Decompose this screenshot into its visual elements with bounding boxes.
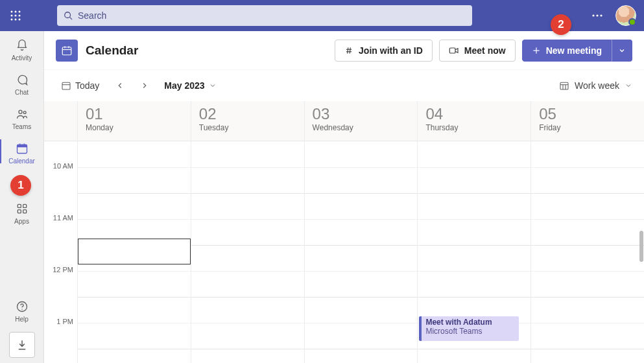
calendar-icon: [14, 141, 30, 156]
svg-rect-37: [62, 82, 70, 89]
svg-point-12: [596, 14, 598, 16]
time-slot[interactable]: [191, 245, 304, 271]
rail-item-apps[interactable]: Apps: [0, 194, 44, 229]
join-with-id-button[interactable]: Join with an ID: [335, 40, 433, 62]
time-slot[interactable]: [418, 167, 531, 193]
scrollbar-thumb[interactable]: [639, 231, 643, 262]
svg-point-6: [11, 19, 13, 21]
calendar-toolbar: Today May 2023 Work week: [44, 70, 644, 101]
time-slot[interactable]: [305, 167, 418, 193]
prev-week-button[interactable]: [111, 76, 129, 95]
rail-item-chat[interactable]: Chat: [0, 65, 44, 100]
time-slot[interactable]: [418, 193, 531, 219]
day-header: 04Thursday: [418, 101, 531, 141]
time-slot[interactable]: [78, 349, 191, 363]
time-slot[interactable]: [418, 271, 531, 297]
svg-rect-21: [23, 204, 26, 207]
svg-rect-20: [18, 204, 21, 207]
time-slot[interactable]: [78, 193, 191, 219]
time-slot[interactable]: [305, 349, 418, 363]
time-slot[interactable]: [191, 193, 304, 219]
app-launcher-button[interactable]: [0, 0, 31, 31]
settings-more-button[interactable]: [587, 5, 608, 26]
time-slot[interactable]: [305, 141, 418, 167]
profile-avatar[interactable]: [615, 5, 636, 26]
day-number: 02: [199, 105, 296, 123]
search-input[interactable]: Search: [57, 5, 472, 26]
time-slot[interactable]: [78, 141, 191, 167]
time-slot[interactable]: [191, 323, 304, 349]
today-button[interactable]: Today: [56, 78, 104, 93]
chevron-right-icon: [140, 81, 149, 90]
time-slot[interactable]: [305, 219, 418, 245]
time-slot[interactable]: [418, 141, 531, 167]
people-icon: [14, 106, 30, 122]
presence-available-icon: [628, 18, 636, 26]
meet-now-button[interactable]: Meet now: [439, 40, 516, 62]
time-slot[interactable]: [418, 349, 531, 363]
day-column[interactable]: 02Tuesday: [191, 101, 305, 363]
time-slot[interactable]: [418, 219, 531, 245]
selected-slot[interactable]: [78, 239, 191, 264]
day-name: Friday: [539, 123, 636, 132]
time-slot[interactable]: [191, 349, 304, 363]
time-slot[interactable]: [531, 141, 644, 167]
calendar-event[interactable]: Meet with AdatumMicrosoft Teams: [419, 316, 519, 341]
month-picker[interactable]: May 2023: [164, 80, 216, 91]
day-column[interactable]: 04ThursdayMeet with AdatumMicrosoft Team…: [418, 101, 531, 363]
rail-item-help[interactable]: Help: [0, 292, 44, 327]
svg-rect-39: [560, 82, 568, 89]
time-slot[interactable]: [191, 167, 304, 193]
rail-item-calendar[interactable]: Calendar: [0, 134, 44, 169]
new-meeting-dropdown[interactable]: [612, 40, 632, 62]
time-slot[interactable]: [191, 141, 304, 167]
time-slot[interactable]: [191, 219, 304, 245]
video-icon: [449, 46, 459, 55]
help-icon: [14, 299, 30, 314]
time-slot[interactable]: [531, 219, 644, 245]
hash-icon: [344, 46, 353, 55]
new-meeting-button[interactable]: New meeting: [522, 40, 612, 62]
time-slot[interactable]: [78, 297, 191, 323]
time-slot[interactable]: [305, 323, 418, 349]
time-slot[interactable]: [531, 323, 644, 349]
svg-point-14: [19, 110, 22, 113]
time-slot[interactable]: [531, 245, 644, 271]
day-number: 04: [425, 105, 523, 123]
view-picker[interactable]: Work week: [559, 80, 632, 91]
time-slot[interactable]: [305, 297, 418, 323]
time-slot[interactable]: [531, 349, 644, 363]
time-slot[interactable]: [191, 271, 304, 297]
time-slot[interactable]: [305, 245, 418, 271]
time-slot[interactable]: [305, 271, 418, 297]
time-slot[interactable]: [305, 193, 418, 219]
time-label: 11 AM: [53, 214, 73, 222]
day-header: 02Tuesday: [191, 101, 304, 141]
rail-item-teams[interactable]: Teams: [0, 100, 44, 134]
day-number: 01: [86, 105, 183, 123]
time-slot[interactable]: [78, 167, 191, 193]
time-slot[interactable]: [531, 193, 644, 219]
day-column[interactable]: 03Wednesday: [305, 101, 418, 363]
time-label: 10 AM: [53, 162, 73, 170]
next-week-button[interactable]: [136, 76, 154, 95]
calendar-outline-icon: [61, 80, 71, 91]
time-slot[interactable]: [531, 297, 644, 323]
day-column[interactable]: 05Friday: [531, 101, 644, 363]
rail-label: Calendar: [8, 158, 35, 165]
time-slot[interactable]: [78, 271, 191, 297]
svg-point-9: [65, 12, 71, 18]
svg-point-7: [15, 19, 17, 21]
time-slot[interactable]: [531, 271, 644, 297]
top-bar: Search: [0, 0, 644, 31]
rail-item-activity[interactable]: Activity: [0, 31, 44, 65]
day-column[interactable]: 01Monday: [78, 101, 191, 363]
time-slot[interactable]: [78, 323, 191, 349]
chevron-down-icon: [209, 82, 217, 89]
download-icon: [16, 339, 28, 351]
download-button[interactable]: [9, 332, 35, 358]
svg-line-10: [70, 18, 73, 20]
time-slot[interactable]: [418, 245, 531, 271]
time-slot[interactable]: [191, 297, 304, 323]
time-slot[interactable]: [531, 167, 644, 193]
